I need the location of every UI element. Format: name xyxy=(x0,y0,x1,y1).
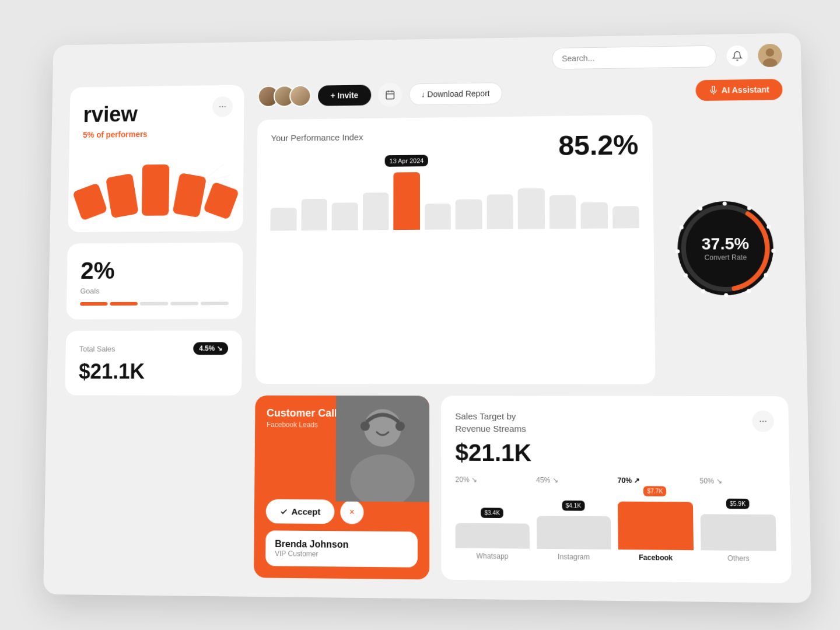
st-bar-col-1: $4.1K xyxy=(536,501,611,550)
st-channel-row: WhatsappInstagramFacebookOthers xyxy=(456,552,776,564)
st-channel-name-2: Facebook xyxy=(618,553,694,562)
sales-badge: 4.5% ↘ xyxy=(194,342,229,355)
svg-line-3 xyxy=(198,164,224,184)
goals-card: 2% Goals xyxy=(66,243,243,320)
perf-title: Your Performance Index xyxy=(271,132,363,143)
subtitle-percent: 5% xyxy=(83,130,94,139)
bar-col-2 xyxy=(332,173,358,230)
bar-col-8 xyxy=(517,171,544,229)
right-main: + Invite ↓ Download Report xyxy=(254,77,792,583)
goals-bar-3 xyxy=(140,302,168,306)
performance-card: Your Performance Index 85.2% 13 Apr 2024 xyxy=(256,115,656,384)
goals-percent: 2% xyxy=(80,256,229,284)
gauge-value: 37.5% xyxy=(701,235,749,254)
goals-bar-1 xyxy=(80,302,108,306)
bar-fill-7 xyxy=(487,194,513,229)
st-more-button[interactable]: ··· xyxy=(752,411,774,432)
svg-point-24 xyxy=(747,289,751,293)
st-bar-value-3: $5.9K xyxy=(726,499,749,509)
st-bar-value-1: $4.1K xyxy=(562,501,584,511)
search-input[interactable] xyxy=(552,46,716,70)
total-sales-card: Total Sales 4.5% ↘ $21.1K xyxy=(65,331,242,396)
svg-line-7 xyxy=(198,184,218,208)
st-bar-wrapper-0: $3.4K xyxy=(456,501,530,549)
goals-bar-5 xyxy=(201,302,229,305)
bottom-row: Customer Call Facebook Leads xyxy=(254,396,792,583)
bar-fill-11 xyxy=(612,206,639,228)
avatars-row xyxy=(258,85,312,107)
overview-subtitle: 5% of performers xyxy=(83,128,230,139)
svg-point-29 xyxy=(680,225,684,229)
bar-fill-8 xyxy=(518,188,545,229)
ai-assistant-button[interactable]: AI Assistant xyxy=(695,79,783,101)
check-icon xyxy=(280,508,288,516)
bar-col-11 xyxy=(612,170,639,228)
bar-fill-10 xyxy=(580,202,607,229)
caller-info: Brenda Johnson VIP Customer xyxy=(265,530,418,567)
st-pct-row: 20% ↘45% ↘70% ↗50% ↘ xyxy=(456,475,775,485)
bar-col-7 xyxy=(487,172,513,230)
bar-col-1 xyxy=(301,173,327,231)
st-bar-fill-1: $4.1K xyxy=(536,516,611,550)
fan-bar-1 xyxy=(72,183,107,220)
bar-col-3 xyxy=(362,173,388,230)
fan-chart xyxy=(82,147,230,216)
subtitle-text: of performers xyxy=(96,130,148,139)
st-bar-wrapper-2: $7.7K xyxy=(618,502,694,551)
sales-target-card: Sales Target byRevenue Streams ··· $21.1… xyxy=(441,396,792,583)
goals-bar-4 xyxy=(170,302,198,305)
st-bar-col-3: $5.9K xyxy=(700,502,776,551)
st-bar-col-2: $7.7K xyxy=(618,502,694,551)
bar-fill-6 xyxy=(456,200,482,230)
st-bar-wrapper-3: $5.9K xyxy=(700,502,776,551)
bar-fill-4 xyxy=(393,172,419,230)
download-report-button[interactable]: ↓ Download Report xyxy=(409,82,502,105)
goals-bar-2 xyxy=(110,302,138,306)
st-amount: $21.1K xyxy=(455,439,775,467)
st-channel-name-1: Instagram xyxy=(537,552,611,562)
st-pct-0: 20% ↘ xyxy=(456,475,529,484)
st-bar-fill-0: $3.4K xyxy=(456,523,530,549)
ai-label: AI Assistant xyxy=(722,85,769,95)
dashboard: ··· rview 5% of performers xyxy=(43,33,811,603)
gauge-card: 37.5% Convert Rate xyxy=(671,195,780,301)
st-pct-3: 50% ↘ xyxy=(699,477,775,485)
st-pct-1: 45% ↘ xyxy=(536,476,610,485)
decline-button[interactable]: × xyxy=(340,500,363,524)
customer-image xyxy=(335,396,429,502)
st-pct-2: 70% ↗ xyxy=(618,477,692,485)
notification-icon[interactable] xyxy=(726,45,748,67)
overview-card: ··· rview 5% of performers xyxy=(68,85,244,232)
accept-button[interactable]: Accept xyxy=(266,499,335,524)
svg-rect-11 xyxy=(386,92,394,99)
more-icon: ··· xyxy=(219,102,226,112)
svg-point-34 xyxy=(360,421,370,430)
svg-point-35 xyxy=(396,422,405,431)
goals-visual xyxy=(80,302,229,306)
calendar-button[interactable] xyxy=(378,83,402,107)
bar-col-0 xyxy=(270,173,296,230)
call-actions: Accept × xyxy=(266,499,418,524)
avatar[interactable] xyxy=(758,44,782,67)
caller-name: Brenda Johnson xyxy=(275,539,408,551)
sales-label: Total Sales xyxy=(79,344,116,353)
bar-col-9 xyxy=(549,170,576,229)
gauge-label: Convert Rate xyxy=(702,253,750,262)
customer-call-card: Customer Call Facebook Leads xyxy=(254,396,429,579)
caller-type: VIP Customer xyxy=(275,550,408,559)
customer-img-bg xyxy=(335,396,429,502)
bar-fill-3 xyxy=(362,192,388,230)
invite-button[interactable]: + Invite xyxy=(318,85,371,106)
st-header: Sales Target byRevenue Streams ··· xyxy=(455,410,774,436)
bar-fill-1 xyxy=(301,199,327,230)
svg-line-4 xyxy=(198,175,230,184)
st-title: Sales Target byRevenue Streams xyxy=(455,410,526,435)
sales-amount: $21.1K xyxy=(79,359,228,384)
st-bar-fill-2: $7.7K xyxy=(618,502,694,551)
middle-row: Your Performance Index 85.2% 13 Apr 2024 xyxy=(256,113,788,384)
st-channel-name-3: Others xyxy=(701,554,776,564)
st-bar-value-2: $7.7K xyxy=(643,486,667,496)
gauge-container: 37.5% Convert Rate xyxy=(664,113,788,384)
st-bar-wrapper-1: $4.1K xyxy=(536,501,611,550)
bar-tooltip: 13 Apr 2024 xyxy=(385,155,429,166)
